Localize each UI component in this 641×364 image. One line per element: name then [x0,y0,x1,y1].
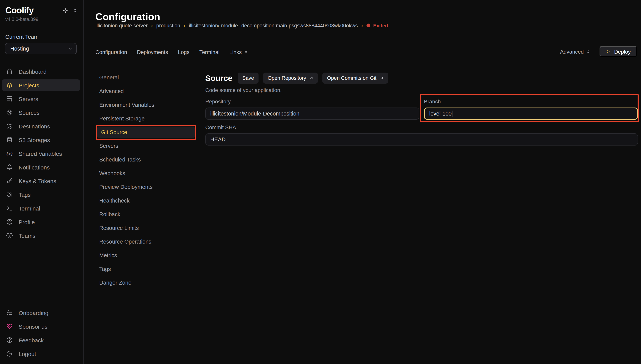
sidebar-item-profile[interactable]: Profile [2,216,80,228]
map-icon [6,123,13,130]
git-diamond-icon [6,109,13,116]
sidebar-item-tags[interactable]: Tags [2,189,80,200]
sidebar-item-teams[interactable]: Teams [2,230,80,241]
open-commits-button[interactable]: Open Commits on Git [323,72,388,84]
commit-sha-input[interactable]: HEAD [205,133,638,146]
tab-logs[interactable]: Logs [178,49,190,55]
heart-handshake-icon [6,323,13,330]
terminal-icon [6,205,13,212]
sidebar-item-s3-storages[interactable]: S3 Storages [2,134,80,146]
help-icon [6,337,13,344]
subnav-item-resource-limits[interactable]: Resource Limits [96,222,195,234]
save-button[interactable]: Save [238,72,259,84]
sidebar-item-label: Sponsor us [19,323,48,330]
branch-field-group: Branch level-100 [424,98,638,120]
source-form: Repository illicitestonion/Module-Decomp… [205,98,638,146]
brand-row: Coolify [5,5,78,15]
open-repository-button[interactable]: Open Repository [263,72,318,84]
subnav-item-tags[interactable]: Tags [96,263,195,275]
sidebar-item-label: Projects [19,82,39,88]
tabs-divider [96,63,638,63]
sidebar-item-sources[interactable]: Sources [2,107,80,118]
status-badge: Exited [366,22,388,28]
sidebar-nav: Dashboard Projects Servers Sources Desti… [2,66,80,241]
repository-field-group: Repository illicitestonion/Module-Decomp… [205,98,419,120]
sidebar-item-notifications[interactable]: Notifications [2,162,80,173]
sidebar-item-label: Tags [19,191,31,198]
sidebar-item-onboarding[interactable]: Onboarding [2,307,80,318]
brand-logo: Coolify [5,5,34,15]
deploy-button[interactable]: Deploy [600,46,637,57]
sidebar-item-label: S3 Storages [19,136,50,143]
subnav-item-git-source[interactable]: Git Source [97,126,195,138]
sidebar-item-label: Keys & Tokens [19,178,56,184]
status-dot-icon [366,24,370,27]
tab-links[interactable]: Links [229,49,248,55]
tab-terminal[interactable]: Terminal [199,49,220,55]
advanced-menu-button[interactable]: Advanced [560,48,591,54]
text-caret [452,110,453,117]
current-team-label: Current Team [5,34,80,40]
sidebar-item-terminal[interactable]: Terminal [2,202,80,214]
source-heading: Source [205,74,232,83]
database-icon [6,136,13,143]
subnav-item-servers[interactable]: Servers [96,140,195,152]
branch-label: Branch [424,98,638,105]
subnav-item-environment-variables[interactable]: Environment Variables [96,99,195,110]
subnav-item-advanced[interactable]: Advanced [96,86,195,97]
sidebar-item-shared-variables[interactable]: (x) Shared Variables [2,148,80,159]
subnav-item-healthcheck[interactable]: Healthcheck [96,195,195,206]
breadcrumb-resource[interactable]: illicitestonion/-module--decomposition:m… [189,22,358,28]
sidebar-item-projects[interactable]: Projects [2,80,80,91]
tab-deployments[interactable]: Deployments [137,49,168,55]
selector-icon [244,50,248,54]
sidebar-collapse-selector-icon[interactable] [73,8,78,13]
sidebar-item-label: Logout [19,350,36,357]
team-select[interactable]: Hosting [5,43,77,54]
subnav-item-general[interactable]: General [96,72,195,83]
resource-tabs: Configuration Deployments Logs Terminal … [96,49,248,55]
page-title: Configuration [96,11,160,23]
repository-label: Repository [205,98,419,105]
sidebar-item-servers[interactable]: Servers [2,93,80,104]
sidebar-item-feedback[interactable]: Feedback [2,334,80,346]
subnav-item-resource-operations[interactable]: Resource Operations [96,236,195,247]
coolify-app: Coolify v4.0.0-beta.399 Current Team Hos… [0,0,641,364]
subnav-item-metrics[interactable]: Metrics [96,250,195,261]
status-text: Exited [373,22,388,28]
subnav-item-persistent-storage[interactable]: Persistent Storage [96,113,195,124]
sidebar-item-label: Shared Variables [19,150,62,157]
subnav-item-webhooks[interactable]: Webhooks [96,168,195,179]
theme-toggle-sun-icon[interactable] [62,7,69,14]
commit-sha-label: Commit SHA [205,124,638,131]
branch-input[interactable]: level-100 [424,108,638,120]
sidebar-item-label: Destinations [19,123,50,130]
sidebar-item-label: Feedback [19,337,44,343]
repository-input[interactable]: illicitestonion/Module-Decomposition [205,108,419,120]
external-link-icon [379,76,384,80]
subnav-item-rollback[interactable]: Rollback [96,208,195,220]
chevron-right-icon: › [151,22,153,28]
sidebar-item-logout[interactable]: Logout [2,348,80,360]
sidebar-item-destinations[interactable]: Destinations [2,120,80,132]
home-icon [6,68,13,75]
sidebar: Coolify v4.0.0-beta.399 Current Team Hos… [0,0,84,364]
key-icon [6,178,13,184]
tab-configuration[interactable]: Configuration [96,49,127,55]
breadcrumb-environment[interactable]: production [156,22,180,28]
subnav-item-scheduled-tasks[interactable]: Scheduled Tasks [96,154,195,165]
subnav-item-preview-deployments[interactable]: Preview Deployments [96,181,195,193]
sidebar-item-dashboard[interactable]: Dashboard [2,66,80,77]
sidebar-item-label: Sources [19,109,40,116]
sidebar-item-keys-tokens[interactable]: Keys & Tokens [2,175,80,186]
configuration-subnav: General Advanced Environment Variables P… [96,72,195,288]
breadcrumb-project[interactable]: illicitonion quote server [96,22,148,28]
chevron-right-icon: › [361,22,363,28]
sidebar-item-label: Teams [19,232,35,239]
checklist-icon [6,309,13,316]
subnav-item-danger-zone[interactable]: Danger Zone [96,277,195,288]
source-header: Source Save Open Repository Open Commits… [205,72,638,84]
sidebar-item-sponsor-us[interactable]: Sponsor us [2,321,80,332]
selector-icon [586,49,591,54]
sidebar-item-label: Dashboard [19,68,47,75]
